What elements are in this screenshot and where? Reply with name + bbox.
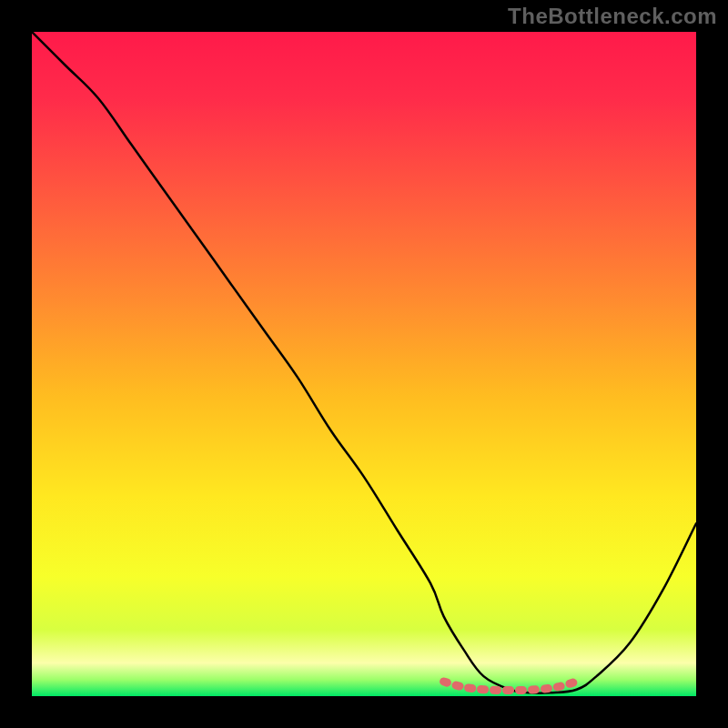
watermark-text: TheBottleneck.com <box>508 4 717 29</box>
chart-canvas: TheBottleneck.com <box>0 0 728 728</box>
plot-area <box>32 32 696 696</box>
bottleneck-curve <box>32 32 696 693</box>
chart-svg <box>32 32 696 696</box>
optimal-range-marker <box>444 682 577 691</box>
